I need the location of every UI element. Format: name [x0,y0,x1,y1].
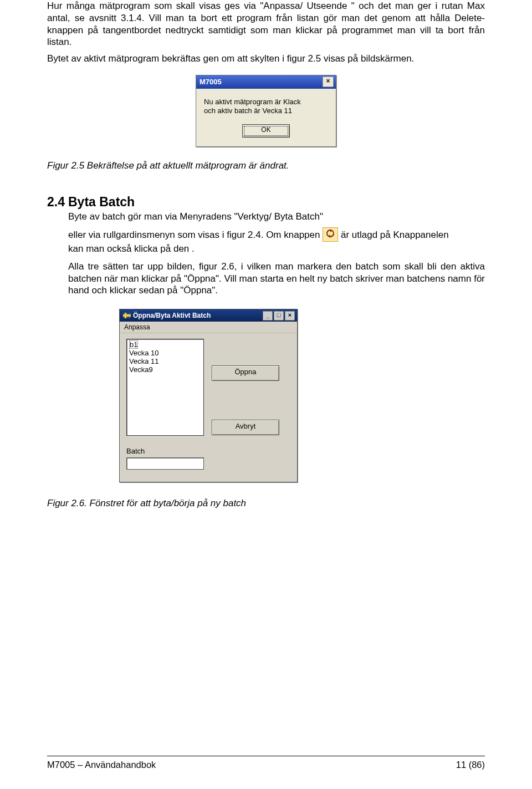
figure-caption-2-5: Figur 2.5 Bekräftelse på att aktuellt mä… [47,160,485,171]
section-number: 2.4 [47,195,68,210]
minimize-icon[interactable]: _ [263,311,273,320]
section-line2a: eller via rullgardinsmenyn som visas i f… [68,230,320,240]
batch-listbox[interactable]: b1 Vecka 10 Vecka 11 Vecka9 [126,339,204,436]
footer-right: 11 (86) [456,760,485,770]
list-item[interactable]: Vecka9 [129,365,201,374]
dialog-m7005: M7005 × Nu aktivt mätprogram är Klack oc… [196,75,336,147]
open-button[interactable]: Öppna [212,365,279,381]
close-icon[interactable]: × [323,77,334,87]
section-title: Byta Batch [68,195,135,209]
figure-caption-2-6: Figur 2.6. Fönstret för att byta/börja p… [47,498,485,509]
dialog1-line2: och aktiv batch är Vecka 11 [204,106,328,115]
list-item[interactable]: Vecka 10 [129,349,201,357]
page-footer: M7005 – Användahandbok 11 (86) [47,756,485,770]
paragraph-2: Bytet av aktivt mätprogram bekräftas gen… [47,53,485,65]
batch-label: Batch [126,447,290,455]
close-icon[interactable]: × [285,311,295,320]
section-line1: Byte av batch gör man via Menyradens "Ve… [68,211,485,223]
maximize-icon[interactable]: □ [274,311,284,320]
dialog2-title: Öppna/Byta Aktivt Batch [133,312,211,319]
section-line2b: är utlagd på Knappanelen [341,230,449,240]
section-heading-2-4: 2.4Byta Batch [47,195,485,210]
footer-left: M7005 – Användahandbok [47,760,156,770]
dialog2-menu[interactable]: Anpassa [120,322,297,333]
ok-button[interactable]: OK [242,124,290,138]
batch-input[interactable] [126,457,204,470]
section-line3: kan man också klicka på den . [68,243,485,255]
cancel-button[interactable]: Avbryt [212,420,279,435]
list-item[interactable]: b1 [129,340,138,349]
paragraph-1: Hur många mätprogram som skall visas ges… [47,0,485,48]
dialog1-titlebar: M7005 × [196,75,336,89]
flag-icon [123,313,131,318]
dialog2-titlebar: Öppna/Byta Aktivt Batch _ □ × [120,309,297,322]
dialog1-line1: Nu aktivt mätprogram är Klack [204,98,328,106]
svg-marker-1 [328,235,330,238]
dialog1-title: M7005 [200,78,222,86]
dialog-open-batch: Öppna/Byta Aktivt Batch _ □ × Anpassa b1… [119,309,298,482]
list-item[interactable]: Vecka 11 [129,357,201,365]
section-para3: Alla tre sätten tar upp bilden, figur 2.… [68,261,485,297]
refresh-icon[interactable] [323,227,338,242]
